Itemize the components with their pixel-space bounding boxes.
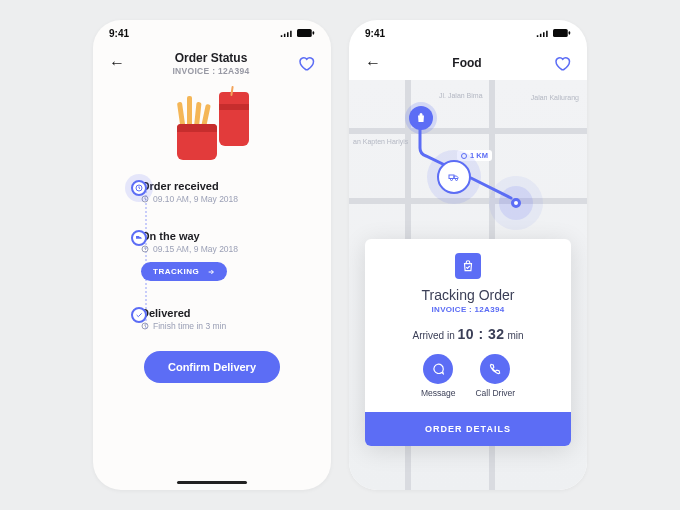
svg-rect-0 xyxy=(297,29,312,37)
arrow-right-icon xyxy=(207,268,215,276)
title-block: Order Status INVOICE : 12A394 xyxy=(172,51,249,76)
map[interactable]: Jalan Kaliurang an Kapten Hariyis Jl. Ja… xyxy=(349,80,587,490)
status-bar: 9:41 xyxy=(93,20,331,46)
signal-icon xyxy=(280,28,294,38)
status-bar: 9:41 xyxy=(349,20,587,46)
tracking-screen: 9:41 ← Food Jalan Kaliurang an Kapten Ha… xyxy=(349,20,587,490)
step-delivered: Delivered Finish time in 3 min xyxy=(141,301,303,337)
step-received: Order received 09.10 AM, 9 May 2018 xyxy=(141,174,303,224)
truck-icon xyxy=(135,234,143,242)
order-status-screen: 9:41 ← Order Status INVOICE : 12A394 Ord… xyxy=(93,20,331,490)
step-title: Delivered xyxy=(141,307,303,319)
tracking-card: Tracking Order INVOICE : 12A394 Arrived … xyxy=(365,239,571,446)
home-indicator xyxy=(177,481,247,484)
order-timeline: Order received 09.10 AM, 9 May 2018 On t… xyxy=(93,174,331,337)
step-dot-received xyxy=(131,180,147,196)
invoice-label: INVOICE : 12A394 xyxy=(172,66,249,76)
step-sub: 09.15 AM, 9 May 2018 xyxy=(141,244,303,254)
step-sub: 09.10 AM, 9 May 2018 xyxy=(141,194,303,204)
clock-icon xyxy=(141,322,149,330)
order-details-button[interactable]: ORDER DETAILS xyxy=(365,412,571,446)
favorite-button[interactable] xyxy=(297,54,315,72)
action-label: Message xyxy=(421,388,456,398)
step-sub: Finish time in 3 min xyxy=(141,321,303,331)
delivery-truck-icon xyxy=(448,171,460,183)
step-dot-onway xyxy=(131,230,147,246)
call-action: Call Driver xyxy=(475,354,515,398)
clock-icon xyxy=(141,195,149,203)
message-action: Message xyxy=(421,354,456,398)
battery-icon xyxy=(297,28,315,38)
tracking-button[interactable]: TRACKING xyxy=(141,262,227,281)
step-title: Order received xyxy=(141,180,303,192)
message-icon xyxy=(431,362,445,376)
favorite-button[interactable] xyxy=(553,54,571,72)
svg-rect-6 xyxy=(553,29,568,37)
svg-rect-7 xyxy=(569,31,571,34)
origin-pin[interactable] xyxy=(409,106,433,130)
clock-icon xyxy=(141,245,149,253)
card-invoice: INVOICE : 12A394 xyxy=(379,305,557,314)
svg-point-9 xyxy=(451,179,453,181)
status-indicators xyxy=(536,28,571,38)
back-button[interactable]: ← xyxy=(109,54,125,72)
page-title: Food xyxy=(452,56,481,70)
card-bag-icon xyxy=(455,253,481,279)
step-dot-delivered xyxy=(131,307,147,323)
step-title: On the way xyxy=(141,230,303,242)
phone-icon xyxy=(488,362,502,376)
svg-rect-8 xyxy=(449,175,454,179)
destination-pin[interactable] xyxy=(511,198,521,208)
step-on-the-way: On the way 09.15 AM, 9 May 2018 TRACKING xyxy=(141,224,303,301)
message-button[interactable] xyxy=(423,354,453,384)
call-driver-button[interactable] xyxy=(480,354,510,384)
street-label: an Kapten Hariyis xyxy=(353,138,408,145)
page-title: Order Status xyxy=(172,51,249,65)
arrival-time: Arrived in 10 : 32 min xyxy=(379,326,557,342)
check-icon xyxy=(135,311,143,319)
drink-icon xyxy=(219,92,249,146)
card-actions: Message Call Driver xyxy=(379,354,557,398)
action-label: Call Driver xyxy=(475,388,515,398)
status-time: 9:41 xyxy=(365,28,385,39)
top-bar: ← Order Status INVOICE : 12A394 xyxy=(93,46,331,80)
clock-icon xyxy=(135,184,143,192)
order-illustration xyxy=(93,90,331,160)
svg-point-10 xyxy=(456,179,458,181)
street-label: Jl. Jalan Bima xyxy=(439,92,483,99)
back-button[interactable]: ← xyxy=(365,54,381,72)
card-title: Tracking Order xyxy=(379,287,557,303)
status-time: 9:41 xyxy=(109,28,129,39)
confirm-delivery-button[interactable]: Confirm Delivery xyxy=(144,351,280,383)
signal-icon xyxy=(536,28,550,38)
distance-badge: 1 KM xyxy=(457,150,492,161)
battery-icon xyxy=(553,28,571,38)
svg-rect-1 xyxy=(313,31,315,34)
status-indicators xyxy=(280,28,315,38)
top-bar: ← Food xyxy=(349,46,587,80)
fries-icon xyxy=(177,124,217,160)
bag-icon xyxy=(415,112,427,124)
street-label: Jalan Kaliurang xyxy=(531,94,579,101)
driver-pin[interactable] xyxy=(437,160,471,194)
dot-icon xyxy=(461,153,467,159)
